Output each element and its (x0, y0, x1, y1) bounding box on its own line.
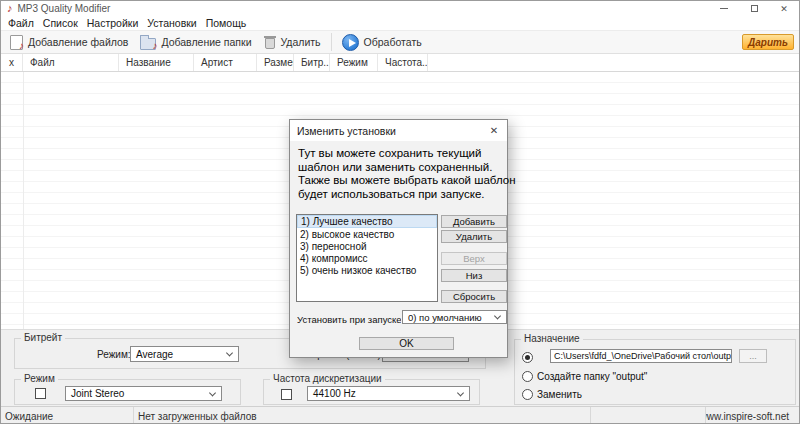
preset-down-button[interactable]: Низ (441, 269, 507, 282)
status-files: Нет загруженных файлов (134, 407, 591, 424)
bitrate-mode-select[interactable]: Average (130, 346, 239, 362)
menu-settings[interactable]: Настройки (87, 17, 139, 29)
toolbar-separator (331, 33, 332, 51)
preset-add-button[interactable]: Добавить (441, 215, 507, 228)
column-file[interactable]: Файл (23, 54, 119, 71)
startup-preset-label: Установить при запуске програм (297, 314, 401, 325)
menu-bar: Файл Список Настройки Установки Помощь (1, 16, 799, 30)
sampling-value: 44100 Hz (313, 388, 356, 399)
title-bar: ♪ MP3 Quality Modifier (1, 1, 799, 16)
desc-line: будет использоваться при запуске. (298, 188, 515, 202)
file-table-header: x Файл Название Артист Размер (... Битр.… (1, 54, 799, 72)
donate-button[interactable]: Дарить (742, 34, 794, 50)
startup-preset-value: 0) по умолчанию (408, 312, 482, 323)
column-mode[interactable]: Режим (330, 54, 378, 71)
replace-radio[interactable] (522, 389, 533, 400)
window-title: MP3 Quality Modifier (18, 3, 111, 14)
edit-presets-dialog: Изменить установки ✕ Тут вы можете сохра… (289, 119, 508, 358)
destination-path-input[interactable]: C:\Users\fdfd_\OneDrive\Рабочий стол\out… (550, 349, 732, 363)
desc-line: шаблон или заменить сохраненный. (298, 161, 515, 175)
sampling-checkbox[interactable] (281, 389, 292, 400)
create-folder-radio[interactable] (522, 371, 533, 382)
bitrate-mode-label: Режим: (97, 349, 131, 360)
status-state: Ожидание (1, 407, 134, 424)
preset-up-button[interactable]: Верх (441, 252, 507, 265)
preset-item[interactable]: 3) переносной (297, 240, 437, 252)
create-folder-label: Создайте папку "output" (537, 371, 647, 382)
mode-group-title: Режим (21, 373, 58, 384)
minimize-icon (720, 8, 728, 9)
delete-button[interactable]: Удалить (258, 31, 327, 53)
desc-line: Тут вы можете сохранить текущий (298, 147, 515, 161)
column-frequency[interactable]: Частота... (378, 54, 428, 71)
preset-item[interactable]: 4) компромисс (297, 252, 437, 264)
delete-label: Удалить (281, 36, 321, 48)
menu-help[interactable]: Помощь (206, 17, 247, 29)
browse-button[interactable]: ... (739, 349, 767, 363)
process-label: Обработать (364, 36, 422, 48)
desc-line: Также вы можете выбрать какой шаблон (298, 174, 515, 188)
bitrate-mode-value: Average (136, 349, 173, 360)
sampling-group: Частота дискретизации 44100 Hz (263, 379, 480, 405)
add-folder-icon: ♪ (140, 38, 156, 50)
status-website: www.inspire-soft.net (706, 407, 799, 424)
mode-checkbox[interactable] (35, 388, 46, 399)
mode-group: Режим Joint Stereo (14, 379, 241, 405)
add-files-label: Добавление файлов (28, 36, 128, 48)
preset-item-selected[interactable]: 1) Лучшее качество (297, 215, 437, 228)
chevron-down-icon (457, 389, 464, 396)
dialog-close-button[interactable]: ✕ (481, 120, 507, 141)
mode-select[interactable]: Joint Stereo (65, 386, 222, 401)
sampling-select[interactable]: 44100 Hz (307, 386, 470, 401)
column-size[interactable]: Размер (... (257, 54, 294, 71)
chevron-down-icon (209, 389, 216, 396)
column-artist[interactable]: Артист (194, 54, 257, 71)
chevron-down-icon (226, 349, 233, 356)
menu-list[interactable]: Список (43, 17, 78, 29)
startup-preset-select[interactable]: 0) по умолчанию (402, 310, 507, 324)
chevron-down-icon (494, 312, 501, 319)
process-button[interactable]: Обработать (336, 31, 428, 53)
bitrate-group-title: Битрейт (21, 332, 65, 343)
dialog-title-bar: Изменить установки (290, 120, 507, 141)
process-play-icon (342, 34, 359, 51)
preset-reset-button[interactable]: Сбросить (441, 290, 507, 303)
destination-group-title: Назначение (521, 333, 583, 344)
dialog-description: Тут вы можете сохранить текущий шаблон и… (298, 147, 515, 201)
status-bar: Ожидание Нет загруженных файлов www.insp… (1, 406, 799, 424)
add-folder-button[interactable]: ♪ Добавление папки (134, 31, 257, 53)
column-divider (23, 72, 24, 329)
maximize-button[interactable] (739, 1, 769, 16)
destination-path-radio[interactable] (522, 352, 533, 363)
toolbar: ♪ Добавление файлов ♪ Добавление папки У… (1, 30, 799, 54)
window-controls: ✕ (709, 1, 799, 16)
add-files-button[interactable]: ♪ Добавление файлов (4, 31, 134, 53)
status-empty (591, 407, 706, 424)
column-check[interactable]: x (1, 54, 23, 71)
maximize-icon (751, 5, 758, 12)
dialog-title: Изменить установки (297, 125, 396, 137)
app-music-note-icon: ♪ (7, 3, 13, 14)
trash-icon (264, 35, 276, 49)
app-window: ♪ MP3 Quality Modifier ✕ Файл Список Нас… (0, 0, 800, 424)
menu-presets[interactable]: Установки (147, 17, 196, 29)
close-button[interactable]: ✕ (769, 1, 799, 16)
column-title[interactable]: Название (119, 54, 194, 71)
add-folder-label: Добавление папки (161, 36, 251, 48)
preset-item[interactable]: 5) очень низкое качество (297, 264, 437, 276)
ok-button[interactable]: OK (359, 337, 454, 350)
sampling-group-title: Частота дискретизации (270, 373, 385, 384)
add-files-icon: ♪ (10, 35, 23, 50)
mode-value: Joint Stereo (71, 388, 124, 399)
preset-item[interactable]: 2) высокое качество (297, 228, 437, 240)
menu-file[interactable]: Файл (8, 17, 34, 29)
column-bitrate[interactable]: Битр... (294, 54, 330, 71)
preset-remove-button[interactable]: Удалить (441, 230, 507, 243)
replace-label: Заменить (537, 389, 582, 400)
preset-listbox[interactable]: 1) Лучшее качество 2) высокое качество 3… (296, 214, 438, 302)
minimize-button[interactable] (709, 1, 739, 16)
destination-group: Назначение C:\Users\fdfd_\OneDrive\Рабоч… (514, 339, 796, 405)
